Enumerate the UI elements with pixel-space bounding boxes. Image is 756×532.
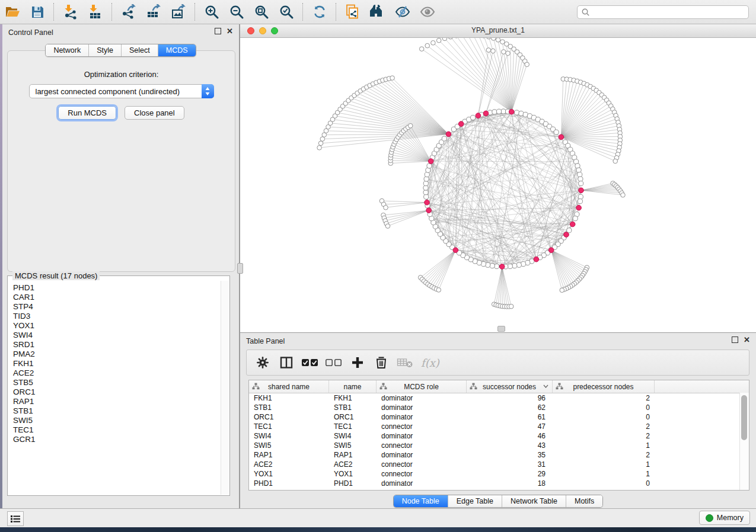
table-cell[interactable] xyxy=(655,393,749,403)
add-column-icon[interactable] xyxy=(349,354,366,371)
table-cell[interactable] xyxy=(655,431,749,441)
mcds-result-item[interactable]: GCR1 xyxy=(13,435,221,444)
tab-network[interactable]: Network xyxy=(46,44,89,56)
table-cell[interactable] xyxy=(655,412,749,422)
mcds-result-item[interactable]: ACE2 xyxy=(13,368,221,378)
network-window-titlebar[interactable]: YPA_prune.txt_1 xyxy=(240,24,756,38)
table-scrollbar-thumb[interactable] xyxy=(741,395,747,440)
table-cell[interactable]: ORC1 xyxy=(329,412,377,422)
table-cell[interactable]: 46 xyxy=(467,431,553,441)
table-cell[interactable]: YOX1 xyxy=(329,469,377,479)
search-input[interactable] xyxy=(591,8,748,17)
show-task-history-button[interactable] xyxy=(7,511,24,526)
table-row[interactable]: FKH1FKH1dominator962 xyxy=(249,393,749,403)
table-cell[interactable]: dominator xyxy=(377,431,467,441)
table-cell[interactable]: 2 xyxy=(553,431,655,441)
table-cell[interactable]: connector xyxy=(377,469,467,479)
refresh-icon[interactable] xyxy=(311,3,328,21)
table-cell[interactable]: 0 xyxy=(553,479,655,488)
table-cell[interactable]: STB1 xyxy=(329,403,377,412)
mcds-result-item[interactable]: SRD1 xyxy=(13,340,221,350)
mcds-result-item[interactable]: CAR1 xyxy=(13,293,221,302)
close-table-panel-icon[interactable]: ✕ xyxy=(744,336,750,343)
optimization-criterion-select[interactable]: largest connected component (undirected) xyxy=(29,84,214,98)
table-cell[interactable]: 2 xyxy=(553,450,655,460)
export-network-icon[interactable] xyxy=(120,3,138,21)
table-cell[interactable] xyxy=(655,422,749,431)
zoom-selected-icon[interactable] xyxy=(277,3,295,21)
table-cell[interactable]: dominator xyxy=(377,403,467,412)
run-mcds-button[interactable]: Run MCDS xyxy=(58,106,116,120)
table-cell[interactable]: TEC1 xyxy=(249,422,329,431)
gear-icon[interactable] xyxy=(254,354,272,371)
export-image-icon[interactable] xyxy=(170,3,187,21)
table-row[interactable]: SWI4SWI4dominator462 xyxy=(249,431,749,441)
table-scrollbar[interactable] xyxy=(739,393,749,490)
table-cell[interactable]: 1 xyxy=(553,460,655,469)
table-cell[interactable]: 31 xyxy=(467,460,553,469)
delete-table-icon[interactable] xyxy=(396,354,414,371)
close-panel-button[interactable]: Close panel xyxy=(125,106,184,120)
table-cell[interactable]: ACE2 xyxy=(249,460,329,469)
column-header-predecessor-nodes[interactable]: predecessor nodes xyxy=(553,380,655,393)
column-header-mcds-role[interactable]: MCDS role xyxy=(377,380,467,393)
mcds-result-item[interactable]: STB5 xyxy=(13,378,221,387)
horizontal-splitter-handle[interactable] xyxy=(497,326,505,332)
tab-select[interactable]: Select xyxy=(122,44,158,56)
mcds-result-item[interactable]: TEC1 xyxy=(13,425,221,435)
mcds-result-item[interactable]: STP4 xyxy=(13,302,221,312)
new-network-from-selection-icon[interactable] xyxy=(344,3,362,21)
table-cell[interactable] xyxy=(655,441,749,450)
table-cell[interactable]: SWI5 xyxy=(329,441,377,450)
minimize-window-icon[interactable] xyxy=(259,27,266,34)
tab-style[interactable]: Style xyxy=(89,44,122,56)
mcds-result-item[interactable]: SWI4 xyxy=(13,331,221,340)
table-row[interactable]: YOX1YOX1connector291 xyxy=(249,469,749,479)
mcds-result-item[interactable]: TID3 xyxy=(13,312,221,321)
table-row[interactable]: ACE2ACE2connector311 xyxy=(249,460,749,469)
table-body[interactable]: FKH1FKH1dominator962STB1STB1dominator620… xyxy=(249,393,749,488)
table-cell[interactable]: connector xyxy=(377,441,467,450)
mcds-result-item[interactable]: RAP1 xyxy=(13,397,221,406)
table-cell[interactable]: connector xyxy=(377,460,467,469)
float-panel-icon[interactable] xyxy=(215,28,221,34)
table-row[interactable]: ORC1ORC1dominator610 xyxy=(249,412,749,422)
mcds-result-item[interactable]: FKH1 xyxy=(13,359,221,368)
clear-checkboxes-icon[interactable] xyxy=(325,354,343,371)
table-cell[interactable]: 43 xyxy=(467,441,553,450)
table-cell[interactable] xyxy=(655,460,749,469)
select-all-checkboxes-icon[interactable] xyxy=(301,354,319,371)
table-cell[interactable]: SWI4 xyxy=(329,431,377,441)
table-cell[interactable]: 2 xyxy=(553,422,655,431)
table-cell[interactable]: 0 xyxy=(553,403,655,412)
table-row[interactable]: STB1STB1dominator620 xyxy=(249,403,749,412)
table-cell[interactable]: PHD1 xyxy=(329,479,377,488)
table-row[interactable]: RAP1RAP1dominator352 xyxy=(249,450,749,460)
table-cell[interactable] xyxy=(655,403,749,412)
memory-button[interactable]: Memory xyxy=(699,511,750,525)
mcds-result-item[interactable]: ORC1 xyxy=(13,387,221,397)
close-window-icon[interactable] xyxy=(247,27,254,34)
table-cell[interactable] xyxy=(655,469,749,479)
table-cell[interactable]: SWI5 xyxy=(249,441,329,450)
mcds-result-scrollbar[interactable] xyxy=(221,281,229,495)
table-cell[interactable]: ORC1 xyxy=(249,412,329,422)
close-panel-icon[interactable]: ✕ xyxy=(227,28,233,34)
column-header-successor-nodes[interactable]: successor nodes xyxy=(467,380,553,393)
tab-network-table[interactable]: Network Table xyxy=(502,495,566,507)
network-canvas[interactable] xyxy=(240,38,755,332)
table-cell[interactable] xyxy=(655,450,749,460)
table-cell[interactable]: PHD1 xyxy=(249,479,329,488)
table-cell[interactable]: FKH1 xyxy=(249,393,329,403)
table-cell[interactable]: 18 xyxy=(467,479,553,488)
tab-node-table[interactable]: Node Table xyxy=(394,495,448,507)
column-header-name[interactable]: name xyxy=(329,380,377,393)
mcds-result-list[interactable]: PHD1CAR1STP4TID3YOX1SWI4SRD1PMA2FKH1ACE2… xyxy=(8,281,221,495)
table-cell[interactable]: YOX1 xyxy=(249,469,329,479)
tab-motifs[interactable]: Motifs xyxy=(566,495,602,507)
table-cell[interactable]: STB1 xyxy=(249,403,329,412)
save-icon[interactable] xyxy=(28,3,46,21)
table-cell[interactable]: 29 xyxy=(467,469,553,479)
table-cell[interactable]: RAP1 xyxy=(249,450,329,460)
delete-column-icon[interactable] xyxy=(372,354,390,371)
